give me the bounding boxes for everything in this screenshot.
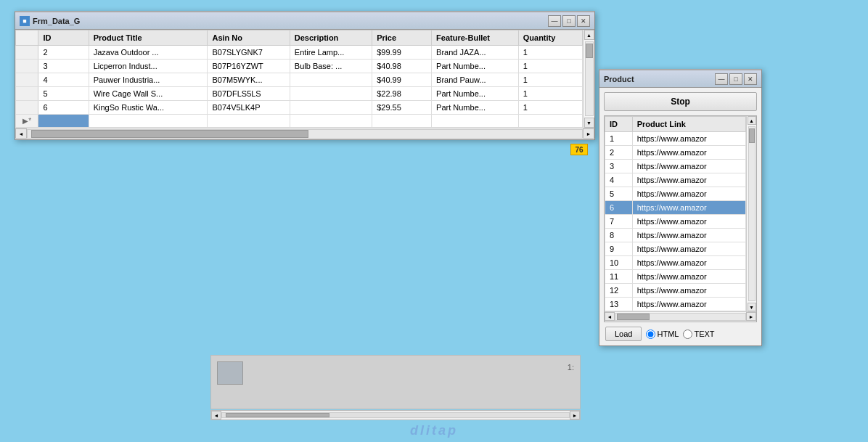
cell-price: $29.55: [372, 101, 432, 115]
header-price: Price: [372, 30, 432, 46]
product-link-cell: https://www.amazor: [632, 215, 745, 229]
product-grid-wrapper: ID Product Link 1https://www.amazor2http…: [605, 116, 756, 311]
product-table-row[interactable]: 3https://www.amazor: [605, 160, 746, 173]
row-indicator-cell: [16, 73, 38, 87]
main-minimize-button[interactable]: —: [548, 15, 561, 27]
main-window-title-text: Frm_Data_G: [33, 17, 80, 25]
cell-feature_bullet: Part Numbe...: [432, 101, 519, 115]
product-id-cell: 8: [605, 229, 633, 242]
cell-product_title: Licperron Indust...: [89, 60, 208, 73]
product-table-row[interactable]: 12https://www.amazor: [605, 284, 746, 298]
product-table-row[interactable]: 2https://www.amazor: [605, 146, 746, 160]
radio-text-input[interactable]: [683, 330, 692, 339]
thumbnail-area: [217, 361, 243, 385]
radio-text[interactable]: TEXT: [683, 330, 714, 339]
h-scroll-track: [27, 129, 583, 139]
main-vertical-scrollbar[interactable]: ▲ ▼: [583, 30, 594, 128]
main-table-header-row: ID Product Title Asin No Description Pri…: [16, 30, 583, 46]
product-h-track: [615, 313, 746, 321]
new-row-description-cell: [290, 115, 372, 128]
main-maximize-button[interactable]: □: [562, 15, 576, 27]
product-maximize-button[interactable]: □: [729, 73, 742, 85]
bottom-scrollbar[interactable]: ◄ ►: [210, 410, 581, 420]
main-horizontal-scrollbar[interactable]: ◄ ►: [15, 128, 594, 139]
bottom-scroll-thumb[interactable]: [226, 413, 329, 417]
row-indicator-cell: [16, 87, 38, 101]
stop-button[interactable]: Stop: [604, 92, 757, 111]
table-row[interactable]: 4Pauwer Industria...B07M5WYK...$40.99Bra…: [16, 73, 583, 87]
product-window-title: Product: [604, 75, 634, 83]
load-button[interactable]: Load: [605, 327, 642, 341]
cell-description: [290, 73, 372, 87]
product-id-cell: 4: [605, 173, 633, 187]
product-table-row[interactable]: 13https://www.amazor: [605, 298, 746, 311]
product-table-row[interactable]: 11https://www.amazor: [605, 270, 746, 284]
product-link-cell: https://www.amazor: [632, 146, 745, 160]
product-id-cell: 5: [605, 187, 633, 201]
radio-html-input[interactable]: [646, 330, 655, 339]
main-window-titlebar: ■ Frm_Data_G — □ ✕: [15, 12, 594, 30]
table-row[interactable]: 3Licperron Indust...B07P16YZWTBulb Base:…: [16, 60, 583, 73]
product-close-button[interactable]: ✕: [744, 73, 757, 85]
product-id-cell: 10: [605, 256, 633, 270]
row-indicator-cell: [16, 46, 38, 60]
main-close-button[interactable]: ✕: [577, 15, 590, 27]
bottom-scroll-left[interactable]: ◄: [211, 411, 221, 420]
product-scroll-thumb[interactable]: [749, 128, 755, 143]
product-table-row[interactable]: 10https://www.amazor: [605, 256, 746, 270]
cell-feature_bullet: Brand Pauw...: [432, 73, 519, 87]
product-table-row[interactable]: 8https://www.amazor: [605, 229, 746, 242]
new-row-product_title-cell: [89, 115, 208, 128]
product-table-row[interactable]: 6https://www.amazor: [605, 201, 746, 215]
cell-id: 5: [38, 87, 89, 101]
scroll-left-button[interactable]: ◄: [15, 128, 27, 139]
main-table-body: 2Jazava Outdoor ...B07SLYGNK7Entire Lamp…: [16, 46, 583, 128]
product-footer: Load HTML TEXT: [604, 327, 757, 341]
product-h-thumb[interactable]: [617, 314, 650, 320]
table-row[interactable]: 2Jazava Outdoor ...B07SLYGNK7Entire Lamp…: [16, 46, 583, 60]
product-scroll-up[interactable]: ▲: [748, 116, 756, 125]
cell-price: $40.98: [372, 60, 432, 73]
product-id-cell: 12: [605, 284, 633, 298]
scroll-up-button[interactable]: ▲: [584, 30, 594, 40]
header-product-title: Product Title: [89, 30, 208, 46]
bottom-scroll-right[interactable]: ►: [570, 411, 580, 420]
product-link-cell: https://www.amazor: [632, 229, 745, 242]
new-row[interactable]: ▶*: [16, 115, 583, 128]
product-scroll-left[interactable]: ◄: [605, 312, 615, 321]
h-scroll-thumb[interactable]: [31, 130, 308, 138]
product-table-row[interactable]: 1https://www.amazor: [605, 132, 746, 146]
product-id-cell: 2: [605, 146, 633, 160]
scroll-right-button[interactable]: ►: [583, 128, 594, 139]
product-table-row[interactable]: 7https://www.amazor: [605, 215, 746, 229]
radio-html[interactable]: HTML: [646, 330, 679, 339]
product-link-cell: https://www.amazor: [632, 187, 745, 201]
product-scroll-down[interactable]: ▼: [748, 303, 756, 311]
cell-asin_no: B074V5LK4P: [208, 101, 290, 115]
product-link-cell: https://www.amazor: [632, 256, 745, 270]
product-header-link: Product Link: [632, 117, 745, 132]
scroll-down-button[interactable]: ▼: [584, 118, 594, 128]
product-link-cell: https://www.amazor: [632, 201, 745, 215]
new-row-quantity-cell: [518, 115, 582, 128]
scroll-indicator-badge: 76: [570, 144, 588, 155]
product-table-row[interactable]: 9https://www.amazor: [605, 242, 746, 256]
scroll-thumb[interactable]: [586, 44, 593, 58]
cell-product_title: Pauwer Industria...: [89, 73, 208, 87]
product-table-row[interactable]: 5https://www.amazor: [605, 187, 746, 201]
product-id-cell: 7: [605, 215, 633, 229]
new-row-id-cell[interactable]: [38, 115, 89, 128]
product-table-row[interactable]: 4https://www.amazor: [605, 173, 746, 187]
page-number: 1:: [568, 363, 574, 372]
radio-html-label: HTML: [657, 330, 679, 338]
product-minimize-button[interactable]: —: [715, 73, 728, 85]
product-horizontal-scrollbar[interactable]: ◄ ►: [605, 311, 756, 322]
product-header-id: ID: [605, 117, 633, 132]
cell-id: 6: [38, 101, 89, 115]
product-scroll-right[interactable]: ►: [746, 312, 756, 321]
table-row[interactable]: 5Wire Cage Wall S...B07DFLS5LS$22.98Part…: [16, 87, 583, 101]
cell-quantity: 1: [518, 46, 582, 60]
main-grid-content: ID Product Title Asin No Description Pri…: [15, 30, 583, 128]
table-row[interactable]: 6KingSo Rustic Wa...B074V5LK4P$29.55Part…: [16, 101, 583, 115]
product-vertical-scrollbar[interactable]: ▲ ▼: [746, 116, 756, 311]
